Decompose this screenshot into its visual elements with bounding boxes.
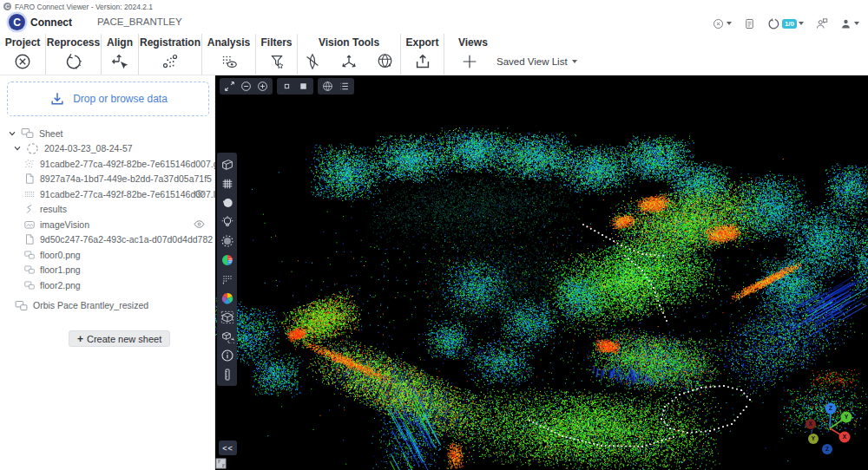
export-button[interactable] [411,50,434,73]
vision-sphere-button[interactable] [374,50,397,73]
zoom-in-button[interactable] [255,80,270,93]
tree-item-floor0-png[interactable]: floor0.png [0,247,215,263]
dotgrid-icon [23,188,36,200]
viewer-toolbar-group [220,78,273,95]
analysis-button[interactable] [218,50,240,73]
tree-item-imagevision[interactable]: imageVision [0,217,215,232]
ribbon-group-vision-tools: Vision Tools [298,34,401,75]
tree-item-results[interactable]: results [0,202,215,218]
sheet-icon [23,249,36,261]
resize-grip-icon[interactable] [215,458,227,469]
chevron-down-icon [727,22,732,25]
account-button[interactable] [839,17,859,30]
tree-item-9d50c247-76a2-493c-ac1a-d07d0d[interactable]: 9d50c247-76a2-493c-ac1a-d07d0d4dd782 [0,232,215,248]
vision-pin-button[interactable] [301,50,324,73]
point-size-large-icon [298,81,309,92]
ribbon-group-filters: Filters [256,34,298,75]
svg-text:X: X [809,421,813,427]
ribbon-group-label: Views [444,36,488,49]
ambient-button[interactable] [218,232,236,250]
registration-button[interactable] [159,50,181,73]
tree-item-2024-03-23-08-24-57[interactable]: 2024-03-23_08-24-57 [0,141,215,157]
appbar-controls: 1/0 [712,13,859,34]
ribbon-group-registration: Registration [139,34,202,75]
point-cloud-canvas[interactable] [215,75,868,470]
chevron-down-icon [854,22,859,25]
ruler-button[interactable] [218,365,236,383]
filters-button[interactable] [266,50,288,73]
reprocess-button[interactable] [62,50,85,73]
saved-view-list-dropdown[interactable]: Saved View List [496,56,577,67]
contrast-icon [220,196,234,210]
create-new-sheet-label: Create new sheet [87,334,161,344]
main-area: Drop or browse data Sheet2024-03-23_08-2… [0,75,868,470]
visibility-eye-icon[interactable] [194,188,205,199]
tree-item-91cadbe2-77ca-492f-82be-7e6151[interactable]: 91cadbe2-77ca-492f-82be-7e615146d007.laz [0,186,215,202]
tree-item-8927a74a-1bd7-449e-b2dd-7a37d0[interactable]: 8927a74a-1bd7-449e-b2dd-7a37d05a71f5 [0,172,215,187]
light-button[interactable] [218,212,236,231]
color-sphere-button[interactable] [218,251,236,269]
globe-icon [322,81,333,92]
drop-browse-data-button[interactable]: Drop or browse data [7,82,209,116]
add-view-button[interactable] [458,50,481,73]
ruler-icon [220,368,234,382]
add-view-icon [460,52,479,71]
point-density-icon [220,272,234,286]
point-cloud-viewport[interactable]: << ZZYYXX [215,75,868,470]
chevron-down-icon[interactable] [9,130,16,137]
svg-text:Y: Y [845,414,849,420]
ribbon-group-align: Align [102,34,139,75]
ribbon: ProjectReprocessAlignRegistrationAnalysi… [0,34,868,75]
box-rotate-button[interactable] [218,327,236,345]
collapse-panel-button[interactable]: << [219,441,237,455]
report-button[interactable] [743,17,756,30]
brand: C Connect [7,14,72,30]
color-wheel-button[interactable] [218,289,236,307]
chevron-down-icon[interactable] [14,145,21,152]
svg-text:Y: Y [812,435,816,441]
clipping-box-button[interactable] [218,308,236,326]
point-density-button[interactable] [218,270,236,288]
view-list-button[interactable] [337,80,352,93]
grid-button[interactable] [218,174,236,193]
zoom-out-button[interactable] [239,80,253,93]
tree-item-label: floor2.png [40,280,81,290]
tree-item-orbis-pace-brantley-resized[interactable]: Orbis Pace Brantley_resized [0,298,215,314]
ribbon-group-export: Export [401,34,444,75]
feedback-button[interactable] [815,17,828,30]
tree-item-label: Sheet [39,128,62,139]
contrast-button[interactable] [218,193,236,212]
undo-button[interactable]: 1/0 [767,17,804,30]
status-circle-button[interactable] [712,17,732,30]
vision-move-button[interactable] [338,50,360,73]
fit-view-button[interactable] [222,80,237,93]
globe-button[interactable] [320,80,335,93]
ribbon-group-label: Filters [260,36,292,49]
cube-button[interactable] [218,155,236,173]
svg-text:X: X [843,434,847,440]
point-size-small-button[interactable] [279,80,294,93]
info-button[interactable] [218,346,236,364]
tree-item-sheet[interactable]: Sheet [0,126,215,141]
orientation-gizmo[interactable]: ZZYYXX [799,399,861,461]
tree-item-label: floor1.png [40,264,81,275]
tree-item-label: imageVision [40,219,89,230]
create-new-sheet-button[interactable]: + Create new sheet [69,330,170,347]
tree-item-floor1-png[interactable]: floor1.png [0,263,215,278]
ribbon-group-analysis: Analysis [202,34,256,75]
project-panel: Drop or browse data Sheet2024-03-23_08-2… [0,75,215,470]
project-tab[interactable]: PACE_BRANTLEY [97,16,182,27]
tree-item-floor2-png[interactable]: floor2.png [0,277,215,293]
tree-item-label: 2024-03-23_08-24-57 [44,143,133,153]
s-curve-icon [23,203,36,215]
tree-item-91cadbe2-77ca-492f-82be-7e6151[interactable]: 91cadbe2-77ca-492f-82be-7e615146d007.geo… [0,156,215,172]
sheet-icon [20,126,35,140]
visibility-eye-icon[interactable] [194,219,205,230]
align-button[interactable] [108,50,131,73]
viewer-side-toolbar [217,153,237,386]
light-icon [220,215,234,229]
view-list-icon [339,81,350,92]
point-size-large-button[interactable] [296,80,311,93]
ribbon-group-label: Align [107,36,133,49]
close-project-button[interactable] [11,50,34,73]
